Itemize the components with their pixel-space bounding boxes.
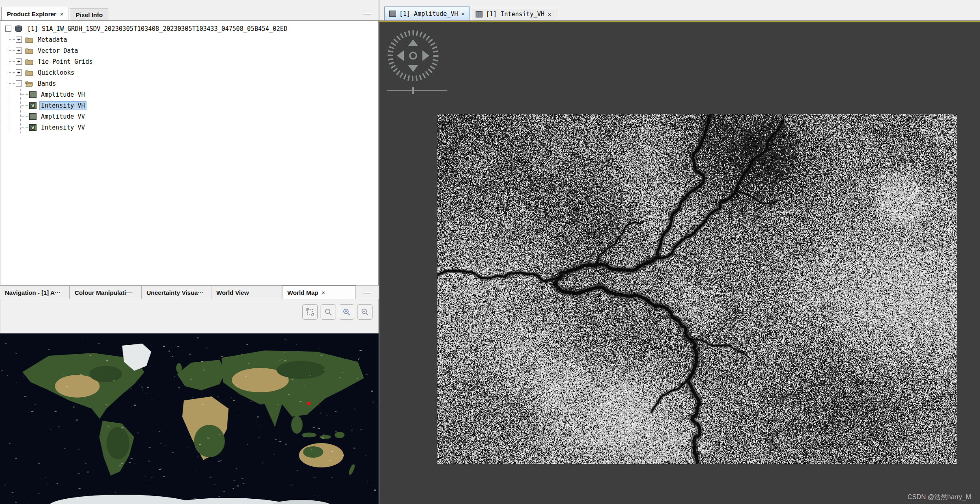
expand-expander-icon[interactable]: +: [16, 37, 22, 43]
tab-label: Navigation - [1] A···: [5, 289, 61, 296]
zoom-slider-thumb[interactable]: [412, 87, 414, 94]
sar-image-canvas[interactable]: [437, 114, 957, 464]
tab-uncertainty-visualisation[interactable]: Uncertainty Visua···: [142, 286, 211, 299]
virtual-band-badge: V: [30, 103, 35, 108]
document-tabbar: [1] Amplitude_VH × [1] Intensity_VH ×: [379, 6, 980, 21]
world-map-toolbar: [0, 299, 379, 333]
tree-row-band-intensity-vv[interactable]: V Intensity_VV: [21, 122, 378, 133]
product-explorer-panel: Product Explorer × Pixel Info — -: [0, 6, 379, 286]
folder-icon: [25, 48, 33, 54]
tab-label: Product Explorer: [7, 11, 56, 17]
world-map-canvas[interactable]: [0, 333, 379, 504]
tree-row-band-amplitude-vv[interactable]: Amplitude_VV: [21, 111, 378, 122]
product-label: [1] S1A_IW_GRDH_1SDV_20230305T103408_202…: [26, 25, 289, 33]
band-label: Intensity_VV: [40, 123, 86, 132]
expand-expander-icon[interactable]: +: [16, 58, 22, 65]
collapse-expander-icon[interactable]: -: [16, 80, 22, 87]
tab-label: Pixel Info: [75, 11, 103, 18]
folder-label: Bands: [37, 80, 57, 88]
pan-navigation-wheel[interactable]: [383, 24, 444, 85]
minimize-button[interactable]: —: [361, 9, 374, 18]
tab-product-explorer[interactable]: Product Explorer ×: [1, 7, 69, 20]
bands-children: Amplitude_VH V Intensity_VH Amplitude_VV…: [20, 89, 378, 133]
raster-band-icon: [29, 113, 37, 120]
tab-world-map[interactable]: World Map ×: [282, 286, 356, 299]
product-children: + Metadata + Vector Data: [9, 34, 378, 133]
band-label: Amplitude_VV: [40, 112, 86, 121]
close-icon[interactable]: ×: [321, 289, 325, 296]
minimize-button[interactable]: —: [361, 288, 374, 297]
tab-colour-manipulation[interactable]: Colour Manipulati···: [70, 286, 142, 299]
band-thumbnail-icon: [389, 11, 396, 17]
tab-label: [1] Amplitude_VH: [399, 10, 458, 17]
zoom-toolbar: [302, 304, 373, 320]
document-area: [1] Amplitude_VH × [1] Intensity_VH ×: [379, 0, 980, 504]
virtual-band-icon: V: [29, 102, 37, 109]
band-thumbnail-icon: [476, 11, 482, 17]
pan-left-arrow-icon: [397, 50, 404, 61]
pan-right-arrow-icon: [422, 50, 429, 61]
tree-row-bands[interactable]: - Bands: [9, 78, 378, 89]
tree-row-band-amplitude-vh[interactable]: Amplitude_VH: [21, 89, 378, 100]
folder-label: Tie-Point Grids: [37, 58, 94, 66]
folder-icon: [25, 37, 33, 43]
collapse-expander-icon[interactable]: -: [5, 26, 11, 32]
tab-label: World View: [216, 289, 249, 296]
pan-down-arrow-icon: [408, 65, 418, 72]
close-icon[interactable]: ×: [461, 10, 465, 17]
tab-pixel-info[interactable]: Pixel Info: [70, 9, 108, 20]
tab-world-view[interactable]: World View: [211, 286, 282, 299]
zoom-slider[interactable]: [387, 87, 447, 95]
open-folder-icon: [25, 80, 33, 87]
expand-expander-icon[interactable]: +: [16, 48, 22, 54]
tree-row-band-intensity-vh[interactable]: V Intensity_VH: [21, 100, 378, 111]
virtual-band-badge: V: [30, 125, 35, 130]
close-icon[interactable]: ×: [60, 11, 64, 17]
tree-row-quicklooks[interactable]: + Quicklooks: [9, 67, 378, 78]
tree-row-metadata[interactable]: + Metadata: [9, 34, 378, 45]
zoom-slider-track: [387, 90, 447, 91]
tool-window-tabbar: Navigation - [1] A··· Colour Manipulati·…: [0, 286, 379, 299]
product-tree: - [1] S1A_IW_GRDH_1SDV_20230305T103408_2…: [0, 21, 379, 286]
tree-row-product[interactable]: - [1] S1A_IW_GRDH_1SDV_20230305T103408_2…: [0, 23, 378, 34]
tab-label: World Map: [287, 289, 318, 296]
close-icon[interactable]: ×: [548, 11, 551, 18]
band-label-selected: Intensity_VH: [40, 102, 86, 110]
watermark-text: CSDN @浩然harry_M: [907, 493, 971, 502]
world-map-view[interactable]: [0, 333, 379, 504]
tab-amplitude-vh-view[interactable]: [1] Amplitude_VH ×: [384, 6, 470, 20]
left-dock: Product Explorer × Pixel Info — -: [0, 0, 379, 504]
tab-intensity-vh-view[interactable]: [1] Intensity_VH ×: [471, 8, 556, 20]
folder-label: Metadata: [37, 36, 68, 44]
virtual-band-icon: V: [29, 124, 37, 131]
tab-label: Uncertainty Visua···: [146, 289, 204, 296]
band-label: Amplitude_VH: [40, 91, 86, 99]
tab-navigation[interactable]: Navigation - [1] A···: [0, 286, 70, 299]
tool-window-panel: Navigation - [1] A··· Colour Manipulati·…: [0, 286, 379, 504]
folder-icon: [25, 58, 33, 65]
pan-up-arrow-icon: [408, 39, 418, 46]
tab-label: [1] Intensity_VH: [486, 11, 545, 18]
folder-label: Quicklooks: [37, 69, 75, 77]
tab-label: Colour Manipulati···: [75, 289, 132, 296]
snap-application-window: Product Explorer × Pixel Info — -: [0, 0, 980, 504]
zoom-out-button[interactable]: [357, 304, 373, 320]
zoom-all-button[interactable]: [302, 304, 318, 320]
zoom-selection-button[interactable]: [321, 304, 336, 320]
explorer-tabbar: Product Explorer × Pixel Info —: [0, 6, 379, 21]
folder-label: Vector Data: [37, 47, 79, 55]
product-icon: [15, 25, 23, 32]
tree-row-vector-data[interactable]: + Vector Data: [9, 45, 378, 56]
image-view[interactable]: CSDN @浩然harry_M: [379, 21, 980, 504]
tree-row-tie-point-grids[interactable]: + Tie-Point Grids: [9, 56, 378, 67]
expand-expander-icon[interactable]: +: [16, 69, 22, 76]
folder-icon: [25, 69, 33, 76]
raster-band-icon: [29, 91, 37, 98]
zoom-in-button[interactable]: [339, 304, 354, 320]
